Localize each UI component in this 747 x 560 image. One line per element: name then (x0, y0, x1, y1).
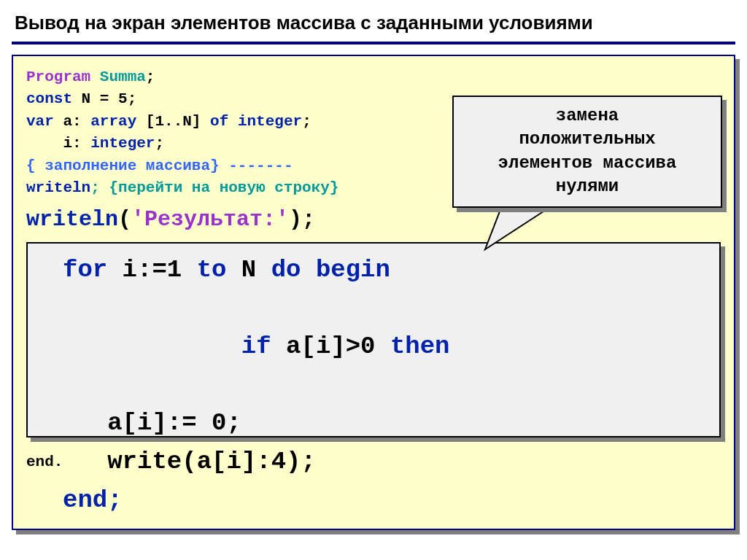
comment-text: заполнение массива (44, 158, 210, 174)
loop-box: for i:=1 to N do begin if a[i]>0 then a[… (26, 242, 721, 438)
code-frame: Program Summa; const N = 5; var a: array… (12, 55, 735, 530)
callout: замена положительных элементов массива н… (452, 96, 722, 208)
type-int-1: integer (228, 113, 302, 130)
writeln-result: writeln('Результат:'); (26, 207, 721, 232)
if-cond: a[i]>0 (271, 332, 390, 360)
kw-then: then (390, 332, 450, 360)
comment-open: { (26, 158, 44, 174)
writeln-comment: ; {перейти на новую строку} (90, 179, 338, 196)
kw-to: to (197, 256, 227, 284)
callout-bubble: замена положительных элементов массива н… (452, 96, 722, 208)
kw-if: if (212, 332, 271, 360)
write-line: write(a[i]:4); (63, 443, 711, 481)
for-cond-1: i:=1 (107, 256, 196, 284)
callout-line-1: замена (461, 104, 713, 128)
slide-title: Вывод на экран элементов массива с задан… (12, 12, 735, 34)
kw-end: end; (63, 481, 711, 520)
kw-writeln-1: writeln (26, 179, 90, 196)
comment-close: } ------- (210, 158, 293, 174)
var-a: a: (54, 113, 90, 130)
code-frame-wrap: Program Summa; const N = 5; var a: array… (12, 55, 735, 530)
kw-writeln-2: writeln (26, 207, 118, 232)
result-string: 'Результат:' (131, 207, 289, 232)
assign-line: a[i]:= 0; (63, 404, 711, 443)
prog-name: Summa (90, 69, 146, 85)
kw-program: Program (26, 69, 90, 85)
callout-line-3: элементов массива (461, 152, 713, 175)
loop-box-wrap: for i:=1 to N do begin if a[i]>0 then a[… (26, 242, 721, 438)
callout-line-4: нулями (461, 175, 713, 198)
svg-marker-0 (485, 202, 558, 249)
kw-array: array (90, 113, 136, 130)
paren-close: ); (289, 207, 315, 232)
paren-open: ( (118, 207, 131, 232)
for-cond-2: N (226, 256, 271, 284)
kw-for: for (63, 256, 107, 284)
kw-const: const (26, 90, 72, 107)
type-int-2: integer (90, 135, 155, 152)
kw-do-begin: do begin (271, 256, 390, 284)
title-divider (12, 42, 735, 44)
callout-line-2: положительных (461, 128, 713, 151)
const-decl: N = 5; (72, 90, 136, 107)
var-i-indent: i: (26, 135, 90, 152)
arr-range: [1..N] (136, 113, 210, 130)
kw-var: var (26, 113, 54, 130)
callout-tail (481, 202, 569, 253)
kw-of: of (210, 113, 228, 130)
